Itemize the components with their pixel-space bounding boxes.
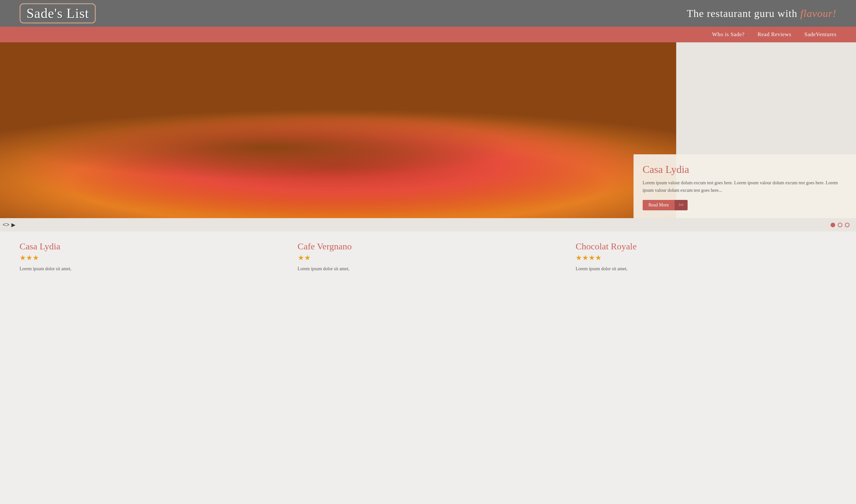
restaurant-card-1-stars: ★★★: [20, 254, 281, 262]
restaurant-card-2-title: Cafe Vergnano: [298, 241, 559, 252]
slider-dot-2[interactable]: [838, 223, 842, 227]
slider-arrow-controls: <> ▶: [3, 221, 15, 228]
nav-who-is-sade[interactable]: Who is Sade?: [712, 31, 744, 38]
slider-image: [0, 42, 676, 218]
restaurant-card-1: Casa Lydia ★★★ Lorem ipsum dolor sit ame…: [13, 241, 287, 272]
slider-restaurant-title: Casa Lydia: [643, 163, 847, 176]
slider-dot-1[interactable]: [831, 223, 835, 227]
slider-dot-3[interactable]: [845, 223, 850, 227]
main-nav: Who is Sade? Read Reviews SadeVentures: [0, 27, 856, 42]
restaurant-card-2-stars: ★★: [298, 254, 559, 262]
food-art-decoration: [0, 42, 676, 218]
tagline: The restaurant guru with flavour!: [686, 7, 836, 20]
slider-dot-indicators: [831, 223, 850, 227]
slider-next-button[interactable]: >>: [675, 200, 688, 210]
nav-sade-ventures[interactable]: SadeVentures: [804, 31, 836, 38]
hero-slider: Casa Lydia Lorem ipsum valour dolum excu…: [0, 42, 856, 232]
logo-wrap: Sade's List: [20, 3, 96, 23]
restaurant-card-1-title: Casa Lydia: [20, 241, 281, 252]
tagline-prefix: The restaurant guru with: [686, 7, 800, 19]
site-logo: Sade's List: [20, 3, 96, 23]
restaurant-cards-section: Casa Lydia ★★★ Lorem ipsum dolor sit ame…: [0, 232, 856, 286]
slider-play-button[interactable]: ▶: [12, 222, 15, 228]
restaurant-card-2-desc: Lorem ipsum dolor sit amet,: [298, 265, 559, 272]
read-more-button[interactable]: Read More: [643, 200, 675, 210]
site-header: Sade's List The restaurant guru with fla…: [0, 0, 856, 27]
restaurant-card-3-title: Chocolat Royale: [575, 241, 836, 252]
slider-actions: Read More >>: [643, 200, 847, 210]
nav-read-reviews[interactable]: Read Reviews: [757, 31, 791, 38]
tagline-flavour: flavour!: [800, 7, 836, 19]
slider-restaurant-desc: Lorem ipsum valour dolum excum test goes…: [643, 179, 847, 194]
restaurant-card-2: Cafe Vergnano ★★ Lorem ipsum dolor sit a…: [291, 241, 565, 272]
slider-prev-arrow[interactable]: <>: [3, 221, 10, 228]
restaurant-card-3: Chocolat Royale ★★★★ Lorem ipsum dolor s…: [569, 241, 843, 272]
slider-info-card: Casa Lydia Lorem ipsum valour dolum excu…: [634, 154, 856, 218]
slider-controls-bar: <> ▶: [0, 218, 856, 232]
restaurant-card-3-stars: ★★★★: [575, 254, 836, 262]
restaurant-card-1-desc: Lorem ipsum dolor sit amet,: [20, 265, 281, 272]
restaurant-card-3-desc: Lorem ipsum dolor sit amet,: [575, 265, 836, 272]
